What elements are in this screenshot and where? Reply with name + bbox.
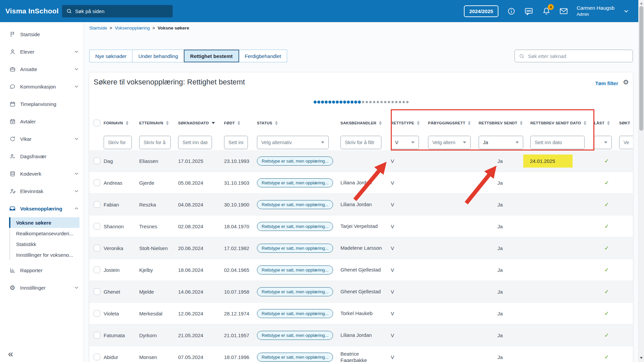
pagination-dot[interactable] bbox=[388, 101, 390, 103]
tab-under-behandling[interactable]: Under behandling bbox=[132, 50, 184, 62]
breadcrumb-startside[interactable]: Startside bbox=[89, 25, 107, 31]
filter-input-saksbehandler[interactable] bbox=[340, 136, 381, 149]
table-row[interactable]: GhenetMjelde14.06.202410.07.1958Rettstyp… bbox=[89, 281, 633, 303]
sidebar-item-ansatte[interactable]: Ansatte bbox=[0, 60, 84, 78]
row-checkbox[interactable] bbox=[94, 223, 100, 230]
global-search-input[interactable] bbox=[75, 8, 169, 14]
column-header-sokt[interactable]: SØKT bbox=[619, 119, 633, 127]
table-row[interactable]: AndreasGjerde05.08.202431.10.1903Rettsty… bbox=[89, 172, 633, 194]
sidebar-item-elever[interactable]: Elever bbox=[0, 43, 84, 60]
pagination-dot[interactable] bbox=[369, 101, 372, 103]
table-row[interactable]: FabianReszka04.08.202430.10.1900Rettstyp… bbox=[89, 194, 633, 216]
sidebar-subitem-innstillinger-for-vokseno[interactable]: Innstillinger for vokseno... bbox=[10, 249, 79, 260]
column-header-last[interactable]: LÅST bbox=[594, 119, 619, 127]
select-all-checkbox[interactable] bbox=[94, 120, 100, 126]
pagination-dot[interactable] bbox=[362, 101, 364, 103]
column-header-status[interactable]: STATUS bbox=[257, 119, 340, 127]
breadcrumb-voksenoppl-ring[interactable]: Voksenopplæring bbox=[115, 25, 150, 31]
filter-select-sokt[interactable]: Ve bbox=[619, 136, 633, 149]
notifications-bell-icon[interactable]: 4 bbox=[542, 7, 551, 16]
sidebar-item-kodeverk[interactable]: Kodeverk bbox=[0, 165, 84, 182]
tab-nye-s-knader[interactable]: Nye søknader bbox=[89, 50, 132, 62]
sidebar-item-dagsfrav-r[interactable]: Dagsfravær bbox=[0, 147, 84, 165]
sidebar-item-startside[interactable]: Startside bbox=[0, 25, 84, 43]
filter-select-pabyggingsrett[interactable]: Velg altern bbox=[428, 136, 471, 149]
pagination-dot[interactable] bbox=[391, 101, 394, 103]
sidebar-subitem-voksne-s-kere[interactable]: Voksne søkere bbox=[9, 217, 79, 228]
pagination-dot[interactable] bbox=[402, 101, 405, 103]
filter-select-status[interactable]: Velg alternativ bbox=[257, 136, 329, 149]
pagination-dot[interactable] bbox=[377, 101, 379, 103]
application-search[interactable] bbox=[515, 50, 633, 62]
pagination-dot-active[interactable] bbox=[343, 101, 346, 104]
filter-select-rettstype[interactable]: V bbox=[391, 136, 419, 149]
column-header-rettsbrev_sendt_dato[interactable]: RETTSBREV SENDT DATO bbox=[530, 119, 594, 127]
table-row[interactable]: DagEliassen17.01.202523.10.1993Rettstype… bbox=[89, 150, 633, 172]
sidebar-item-elevinntak[interactable]: Elevinntak bbox=[0, 182, 84, 200]
table-row[interactable]: VioletaMerkesdal12.06.202428.12.1974Rett… bbox=[89, 303, 633, 324]
row-checkbox[interactable] bbox=[94, 354, 100, 360]
filter-input-fornavn[interactable] bbox=[104, 136, 132, 149]
filter-input-soknadsdato[interactable] bbox=[178, 136, 212, 149]
column-header-rettstype[interactable]: RETTSTYPE bbox=[391, 119, 428, 127]
table-row[interactable]: FatumataDyrkorn21.05.202421.01.1957Retts… bbox=[89, 324, 633, 346]
messages-envelope-icon[interactable] bbox=[559, 7, 568, 16]
row-checkbox[interactable] bbox=[94, 158, 100, 164]
row-checkbox[interactable] bbox=[94, 288, 100, 295]
column-header-fodt[interactable]: FØDT bbox=[224, 119, 257, 127]
column-header-etternavn[interactable]: ETTERNAVN bbox=[139, 119, 178, 127]
chevron-down-icon[interactable] bbox=[623, 8, 630, 14]
tab-ferdigbehandlet[interactable]: Ferdigbehandlet bbox=[239, 50, 287, 62]
pagination-dot[interactable] bbox=[366, 101, 368, 103]
column-header-saksbehandler[interactable]: SAKSBEHANDLER bbox=[340, 119, 391, 127]
sms-icon[interactable]: SMS bbox=[524, 7, 533, 16]
sidebar-item-innstillinger[interactable]: ⚙Innstillinger bbox=[0, 279, 84, 296]
table-row[interactable]: ShannonTresnes02.08.202418.04.1970Rettst… bbox=[89, 216, 633, 237]
table-row[interactable]: JosteinKjelby18.06.202402.04.1965Rettsty… bbox=[89, 259, 633, 281]
filter-select-rettsbrev_sendt[interactable]: Ja bbox=[479, 136, 523, 149]
clear-filter-link[interactable]: Tøm filter bbox=[595, 80, 618, 86]
sidebar-item-avtaler[interactable]: Avtaler bbox=[0, 113, 84, 130]
scrollbar-thumb[interactable] bbox=[639, 6, 643, 131]
pagination-dot-active[interactable] bbox=[351, 101, 354, 104]
info-icon[interactable] bbox=[507, 7, 516, 16]
column-header-rettsbrev_sendt[interactable]: RETTSBREV SENDT bbox=[479, 119, 530, 127]
tab-rettighet-bestemt[interactable]: Rettighet bestemt bbox=[184, 50, 239, 62]
pagination-dot-active[interactable] bbox=[328, 101, 331, 104]
gear-icon[interactable]: ⚙ bbox=[623, 79, 629, 85]
row-checkbox[interactable] bbox=[94, 266, 100, 273]
column-header-pabyggingsrett[interactable]: PÅBYGGINGSRETT bbox=[428, 119, 479, 127]
sidebar-item-vikar[interactable]: Vikar bbox=[0, 130, 84, 147]
user-menu[interactable]: Carmen Haugsb Admin bbox=[577, 5, 614, 17]
pagination-dot-active[interactable] bbox=[339, 101, 342, 104]
sidebar-item-timeplanvisning[interactable]: Timeplanvisning bbox=[0, 95, 84, 113]
pagination-dot[interactable] bbox=[373, 101, 375, 103]
table-row[interactable]: VeronikaStolt-Nielsen20.06.202417.02.198… bbox=[89, 237, 633, 259]
scrollbar-up-arrow-icon[interactable] bbox=[640, 2, 643, 4]
filter-input-etternavn[interactable] bbox=[139, 136, 171, 149]
row-checkbox[interactable] bbox=[94, 179, 100, 186]
row-checkbox[interactable] bbox=[94, 310, 100, 317]
pagination-dot-active[interactable] bbox=[336, 101, 339, 104]
pagination-dot-active[interactable] bbox=[325, 101, 328, 104]
pagination-dot[interactable] bbox=[380, 101, 383, 103]
pagination-dot-active[interactable] bbox=[347, 101, 350, 104]
row-checkbox[interactable] bbox=[94, 245, 100, 251]
sidebar-item-voksenoppl-ring[interactable]: Voksenopplæring bbox=[0, 200, 84, 217]
sidebar-item-rapporter[interactable]: Rapporter bbox=[0, 261, 84, 279]
table-row[interactable]: AbidurMonsen07.05.202418.07.1996Rettstyp… bbox=[89, 346, 633, 362]
pagination-dot[interactable] bbox=[406, 101, 409, 103]
pagination-dot-active[interactable] bbox=[321, 101, 324, 104]
pagination-dot[interactable] bbox=[384, 101, 386, 103]
pagination-dot[interactable] bbox=[395, 101, 397, 103]
pagination-dot-active[interactable] bbox=[354, 101, 357, 104]
sidebar-subitem-statistikk[interactable]: Statistikk bbox=[10, 239, 79, 249]
row-checkbox[interactable] bbox=[94, 332, 100, 339]
application-search-input[interactable] bbox=[528, 53, 629, 59]
sidebar-collapse-button[interactable]: « bbox=[8, 350, 13, 359]
global-search[interactable] bbox=[62, 5, 173, 17]
sidebar-item-kommunikasjon[interactable]: Kommunikasjon bbox=[0, 78, 84, 95]
scrollbar-down-arrow-icon[interactable] bbox=[640, 357, 643, 359]
pagination-dot-active[interactable] bbox=[314, 101, 317, 104]
sidebar-subitem-realkompetansevurderi[interactable]: Realkompetansevurderi... bbox=[10, 228, 79, 239]
